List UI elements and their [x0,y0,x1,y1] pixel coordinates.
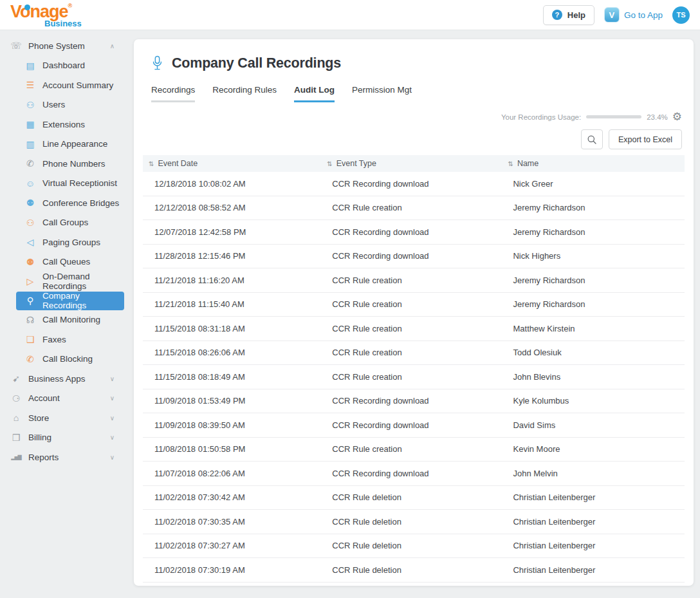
table-row: 11/15/2018 08:31:18 AM CCR Rule creation… [143,317,685,341]
user-avatar[interactable]: TS [672,6,690,24]
sidebar-item-label: Call Queues [42,257,90,266]
sidebar-item-reports[interactable]: ▂▅▇ Reports ∨ [0,447,134,467]
table-row: 12/07/2018 12:42:58 PM CCR Recording dow… [143,220,685,245]
cell-name: Todd Olesiuk [508,348,684,357]
cell-name: Jeremy Richardson [508,299,684,309]
sidebar-item-call-groups[interactable]: ⚇ Call Groups [0,213,134,233]
sidebar-item-account-summary[interactable]: ☰ Account Summary [0,75,134,95]
sidebar-item-business-apps[interactable]: ➹ Business Apps ∨ [0,369,134,389]
go-to-app-link[interactable]: V Go to App [604,7,663,23]
sidebar-item-label: Phone Numbers [42,159,106,169]
sidebar-item-call-blocking[interactable]: ✆ Call Blocking [0,350,134,369]
table-row: 12/18/2018 10:08:02 AM CCR Recording dow… [143,172,685,196]
export-to-excel-button[interactable]: Export to Excel [609,129,682,149]
cell-event-date: 11/02/2018 07:30:19 AM [143,565,327,575]
sidebar-item-call-monitoring[interactable]: ☊ Call Monitoring [0,310,134,330]
sidebar-item-icon: ▷ [23,276,37,286]
column-header-event-date[interactable]: ⇅ Event Date [143,159,327,168]
sidebar-item-icon: ⚲ [23,295,37,306]
sidebar-item-label: Faxes [42,335,66,344]
sidebar-item-icon: ⚉ [23,198,37,208]
table-row: 11/07/2018 08:22:06 AM CCR Recording dow… [143,462,685,486]
microphone-icon [151,55,163,72]
cell-event-type: CCR Recording download [327,420,508,430]
tab-recordings[interactable]: Recordings [151,85,195,102]
cell-event-type: CCR Rule creation [327,324,508,333]
chevron-icon: ∨ [110,454,115,461]
column-header-name[interactable]: ⇅ Name [508,159,684,168]
brand-sub-label: Business [44,19,82,28]
sidebar-item-phone-system[interactable]: ☏ Phone System ∧ [0,36,134,56]
sidebar-item-on-demand-recordings[interactable]: ▷ On-Demand Recordings [0,272,134,292]
top-header: Vonage® Business ? Help V Go to App TS [0,0,700,30]
chevron-icon: ∨ [110,375,115,382]
sidebar-item-icon: ⌂ [9,413,23,423]
table-row: 11/02/2018 07:30:27 AM CCR Rule deletion… [143,534,685,559]
sidebar-item-company-recordings[interactable]: ⚲ Company Recordings [16,292,124,310]
sidebar-item-label: Phone System [28,41,85,51]
table-row: 11/09/2018 08:39:50 AM CCR Recording dow… [143,413,685,438]
column-header-label: Event Type [336,159,376,168]
cell-name: Nick Greer [508,179,684,189]
cell-name: Matthew Kirstein [508,324,684,333]
chevron-icon: ∨ [110,434,115,441]
sidebar-item-paging-groups[interactable]: ◁ Paging Groups [0,232,134,252]
tab-audit-log[interactable]: Audit Log [294,85,335,102]
cell-event-date: 12/12/2018 08:58:52 AM [143,203,327,212]
cell-event-type: CCR Recording download [327,469,508,478]
cell-name: Jeremy Richardson [508,227,684,237]
sidebar-item-dashboard[interactable]: ▤ Dashboard [0,56,134,76]
sidebar-item-billing[interactable]: ❒ Billing ∨ [0,428,134,448]
search-button[interactable] [581,129,603,149]
help-button[interactable]: ? Help [543,5,594,25]
cell-event-type: CCR Rule deletion [327,492,508,502]
sidebar-item-label: Reports [28,453,59,462]
sidebar-item-users[interactable]: ⚇ Users [0,95,134,115]
tab-label: Recording Rules [212,85,277,95]
sidebar-item-label: Account [28,393,60,403]
cell-event-date: 11/28/2018 12:15:46 PM [143,251,327,261]
cell-name: Kevin Moore [508,444,684,454]
sidebar-item-line-appearance[interactable]: ▥ Line Appearance [0,135,134,154]
cell-event-type: CCR Rule creation [327,348,508,357]
sidebar-item-faxes[interactable]: ❑ Faxes [0,330,134,350]
table-row: 11/21/2018 11:15:40 AM CCR Rule creation… [143,293,685,317]
sidebar-item-label: Billing [28,433,51,442]
table-toolbar: Export to Excel [134,122,694,149]
main-content-card: Company Call Recordings Recordings Recor… [134,39,694,586]
sidebar-item-label: Call Groups [42,218,88,227]
cell-name: Christian Leitenberger [508,565,684,575]
cell-event-date: 11/02/2018 07:30:42 AM [143,492,327,502]
sidebar-item-virtual-receptionist[interactable]: ☺ Virtual Receptionist [0,174,134,194]
sidebar-item-store[interactable]: ⌂ Store ∨ [0,408,134,428]
chevron-icon: ∧ [110,42,115,50]
sidebar-item-label: Paging Groups [42,238,100,247]
tab-label: Audit Log [294,85,335,95]
cell-name: David Sims [508,420,684,430]
table-row: 11/09/2018 01:53:49 PM CCR Recording dow… [143,389,685,414]
table-row: 11/02/2018 07:30:35 AM CCR Rule deletion… [143,510,685,534]
cell-event-date: 11/09/2018 01:53:49 PM [143,396,327,406]
sidebar-item-label: On-Demand Recordings [42,272,134,291]
cell-name: Christian Leitenberger [508,541,684,550]
column-header-event-type[interactable]: ⇅ Event Type [327,159,508,168]
usage-progress-bar [586,115,641,118]
sidebar-item-account[interactable]: ⚆ Account ∨ [0,389,134,409]
tab-permission-mgt[interactable]: Permission Mgt [352,85,412,102]
sidebar-item-icon: ☰ [23,80,37,90]
cell-event-type: CCR Rule creation [327,444,508,454]
chevron-icon: ∨ [110,415,115,422]
sidebar-item-phone-numbers[interactable]: ✆ Phone Numbers [0,154,134,174]
sidebar-item-icon: ⚆ [9,393,23,404]
cell-event-date: 12/18/2018 10:08:02 AM [143,179,327,189]
registered-mark: ® [68,3,73,9]
gear-icon[interactable]: ⚙ [672,111,682,122]
column-header-label: Name [517,159,539,168]
tab-recording-rules[interactable]: Recording Rules [212,85,277,102]
sidebar-item-extensions[interactable]: ▦ Extensions [0,115,134,135]
sidebar-item-icon: ▂▅▇ [9,454,23,460]
sidebar-item-call-queues[interactable]: ⚉ Call Queues [0,252,134,272]
sidebar-item-conference-bridges[interactable]: ⚉ Conference Bridges [0,193,134,213]
sidebar-item-label: Extensions [42,120,85,129]
cell-name: Christian Leitenberger [508,517,684,527]
